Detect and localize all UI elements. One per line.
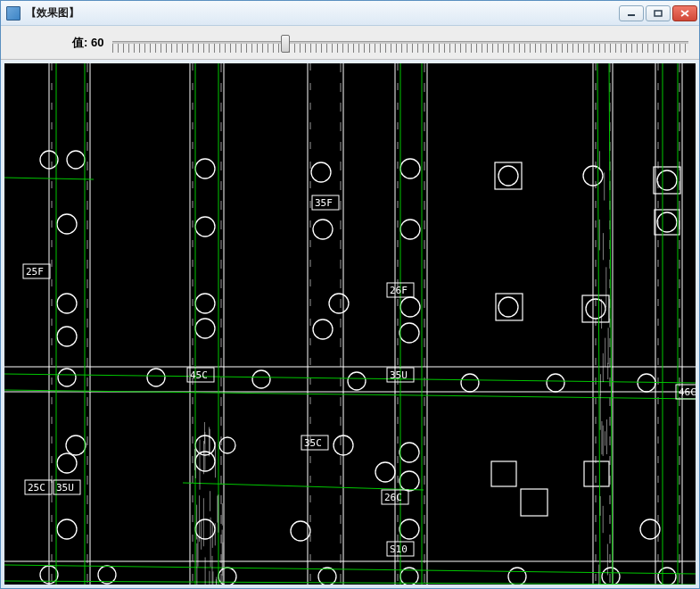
svg-point-59 bbox=[461, 374, 479, 392]
window-controls bbox=[619, 5, 697, 21]
svg-point-70 bbox=[399, 471, 419, 491]
svg-rect-86 bbox=[521, 489, 548, 516]
svg-point-77 bbox=[98, 566, 116, 584]
svg-point-56 bbox=[147, 369, 165, 386]
toolbar: 值: 60 bbox=[1, 26, 699, 60]
svg-point-47 bbox=[329, 294, 349, 313]
svg-text:35U: 35U bbox=[56, 482, 74, 494]
svg-point-36 bbox=[400, 159, 420, 178]
svg-point-57 bbox=[252, 370, 270, 388]
minimize-icon bbox=[627, 10, 636, 17]
svg-point-33 bbox=[67, 151, 85, 169]
svg-point-83 bbox=[658, 568, 676, 585]
svg-point-64 bbox=[219, 437, 235, 453]
threshold-value: 60 bbox=[91, 36, 103, 49]
threshold-label-prefix: 值: bbox=[72, 36, 87, 49]
svg-point-43 bbox=[400, 220, 420, 239]
svg-point-66 bbox=[399, 443, 419, 462]
threshold-value-label: 值: 60 bbox=[72, 35, 103, 51]
svg-text:35U: 35U bbox=[390, 369, 408, 381]
svg-point-54 bbox=[399, 323, 419, 343]
svg-point-48 bbox=[400, 297, 420, 317]
close-button[interactable] bbox=[672, 5, 697, 21]
svg-point-45 bbox=[57, 294, 77, 313]
svg-rect-89 bbox=[491, 461, 516, 486]
svg-line-94 bbox=[4, 565, 696, 574]
maximize-button[interactable] bbox=[646, 5, 671, 21]
svg-text:25C: 25C bbox=[28, 482, 45, 494]
svg-line-103 bbox=[609, 63, 613, 585]
svg-point-62 bbox=[66, 436, 86, 455]
svg-point-39 bbox=[657, 170, 677, 190]
svg-point-69 bbox=[375, 462, 395, 482]
svg-point-67 bbox=[57, 453, 77, 473]
svg-point-41 bbox=[195, 217, 215, 236]
svg-point-61 bbox=[638, 374, 655, 392]
svg-point-75 bbox=[640, 519, 660, 539]
app-icon bbox=[6, 6, 21, 21]
svg-text:26F: 26F bbox=[390, 285, 408, 296]
svg-text:35F: 35F bbox=[315, 197, 333, 209]
svg-point-42 bbox=[313, 220, 333, 239]
svg-point-79 bbox=[318, 568, 336, 585]
svg-point-40 bbox=[57, 214, 77, 234]
svg-point-82 bbox=[602, 568, 620, 585]
svg-point-34 bbox=[195, 159, 215, 178]
svg-point-46 bbox=[195, 294, 215, 313]
edge-detection-output: 35F25F26F45C35U46C35C25C35U26CS10 bbox=[4, 63, 696, 585]
svg-point-49 bbox=[498, 297, 518, 317]
minimize-button[interactable] bbox=[619, 5, 644, 21]
svg-point-60 bbox=[547, 374, 564, 392]
maximize-icon bbox=[654, 10, 663, 17]
svg-point-53 bbox=[313, 319, 333, 339]
svg-line-102 bbox=[597, 63, 600, 585]
titlebar[interactable]: 【效果图】 bbox=[1, 1, 699, 26]
svg-point-51 bbox=[57, 327, 77, 346]
slider-ticks bbox=[112, 44, 688, 53]
svg-point-81 bbox=[508, 568, 526, 585]
svg-text:46C: 46C bbox=[679, 386, 696, 398]
app-window: 【效果图】 值: 60 35F25F26F45C35U46C35C2 bbox=[0, 0, 700, 589]
svg-text:S10: S10 bbox=[390, 543, 408, 555]
close-icon bbox=[680, 10, 689, 17]
title-left: 【效果图】 bbox=[6, 5, 79, 21]
svg-text:26C: 26C bbox=[384, 492, 402, 503]
svg-point-37 bbox=[498, 166, 518, 186]
svg-point-52 bbox=[195, 319, 215, 338]
svg-text:25F: 25F bbox=[26, 266, 44, 278]
svg-rect-1 bbox=[655, 11, 662, 16]
svg-point-44 bbox=[657, 212, 677, 232]
slider-track bbox=[112, 41, 688, 44]
threshold-slider[interactable] bbox=[112, 30, 688, 55]
svg-text:35C: 35C bbox=[304, 437, 322, 449]
svg-point-74 bbox=[399, 519, 419, 539]
slider-thumb[interactable] bbox=[281, 35, 290, 53]
svg-rect-90 bbox=[584, 461, 609, 486]
svg-point-72 bbox=[195, 519, 215, 539]
image-canvas: 35F25F26F45C35U46C35C25C35U26CS10 bbox=[4, 63, 696, 585]
window-title: 【效果图】 bbox=[26, 5, 79, 21]
svg-text:45C: 45C bbox=[190, 369, 208, 381]
svg-point-55 bbox=[58, 369, 76, 386]
svg-point-58 bbox=[348, 372, 366, 390]
svg-point-35 bbox=[311, 162, 331, 182]
svg-point-71 bbox=[57, 519, 77, 539]
